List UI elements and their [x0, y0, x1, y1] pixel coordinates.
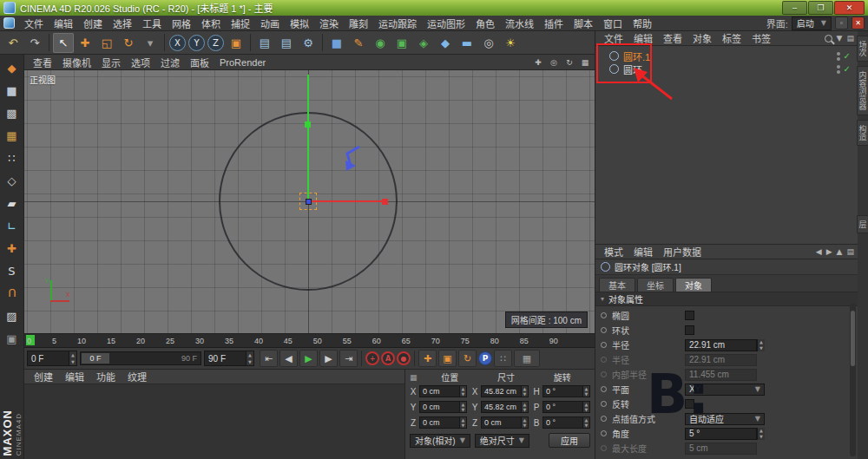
move-tool[interactable]: ✚ — [75, 33, 95, 53]
tab-basic[interactable]: 基本 — [599, 278, 635, 292]
maximize-button[interactable]: ❐ — [808, 1, 833, 15]
spinner-icon[interactable]: ▲▼ — [246, 351, 253, 365]
search-icon[interactable] — [825, 35, 832, 43]
viewport-canvas[interactable]: 正视图 Y X 网格间距 : 100 cm — [24, 70, 595, 334]
side-tab-takes[interactable]: 场次 — [857, 36, 868, 62]
y-axis-gizmo[interactable] — [307, 75, 309, 201]
object-origin-handle[interactable] — [306, 199, 312, 205]
spinner-icon[interactable]: ▲▼ — [582, 417, 589, 428]
toolbar-button[interactable] — [322, 34, 323, 51]
browse-icon[interactable]: ▤ — [846, 34, 854, 43]
size-mode-dropdown[interactable]: 绝对尺寸 ▼ — [475, 434, 529, 448]
menu-item[interactable]: 运动图形 — [422, 16, 470, 30]
transport-button[interactable] — [361, 351, 362, 366]
up-icon[interactable]: ▲ — [837, 247, 843, 256]
redo-button[interactable]: ↷ — [24, 33, 45, 53]
rotate-tool[interactable]: ↻ — [118, 33, 139, 53]
viewport-menu-item[interactable]: 过滤 — [155, 56, 185, 69]
goto-start-button[interactable]: ⇤ — [260, 350, 278, 367]
anim-dot-icon[interactable] — [601, 430, 607, 436]
toggle-view-icon[interactable]: ▦ — [579, 56, 591, 68]
tab-coords[interactable]: 坐标 — [637, 278, 674, 292]
anim-dot-icon[interactable] — [601, 327, 607, 333]
viewport-menu-item[interactable]: 摄像机 — [57, 56, 96, 69]
coordinate-mode-dropdown[interactable]: 对象(相对) ▼ — [410, 434, 470, 448]
spinner-icon[interactable]: ▲▼ — [459, 386, 466, 397]
plane-handle-icon[interactable] — [339, 145, 365, 173]
anim-dot-icon[interactable] — [601, 357, 607, 363]
material-menu-item[interactable]: 纹理 — [122, 370, 153, 384]
visibility-dots-icon[interactable] — [837, 52, 840, 61]
spinner-icon[interactable]: ▲▼ — [521, 386, 528, 397]
last-tool-dropdown[interactable]: ▾ — [140, 33, 161, 53]
menu-item[interactable]: 网格 — [167, 16, 196, 30]
prev-frame-button[interactable]: ◀ — [279, 350, 298, 367]
material-menu-item[interactable]: 创建 — [28, 370, 59, 384]
anim-dot-icon[interactable] — [601, 342, 607, 348]
viewport-menu-item[interactable]: 显示 — [96, 56, 126, 69]
side-tab-layers[interactable]: 层 — [857, 215, 868, 233]
attribute-value-field[interactable]: 22.91 cm — [685, 339, 757, 351]
menu-item[interactable]: 流水线 — [500, 16, 539, 30]
back-icon[interactable]: ◀ — [816, 247, 822, 256]
menu-item[interactable]: 捕捉 — [226, 16, 255, 30]
render-picture-viewer-button[interactable]: ▤ — [276, 33, 297, 53]
workplane-mode-button[interactable]: ▦ — [2, 124, 23, 147]
record-scale-toggle[interactable]: ▣ — [438, 350, 457, 367]
rotation-h-field[interactable]: 0 °▲▼ — [542, 385, 590, 397]
spinner-icon[interactable]: ▲▼ — [757, 428, 765, 440]
position-z-field[interactable]: 0 cm▲▼ — [419, 416, 467, 429]
inner-radius-row[interactable]: 内部半径 11.455 cm ▲▼ 11.455 cm▼ — [595, 367, 858, 382]
menu-item[interactable]: 插件 — [539, 16, 569, 30]
scale-tool[interactable]: ◱ — [96, 33, 117, 53]
snap-settings-button[interactable]: S — [2, 259, 23, 282]
toolbar-button[interactable] — [49, 34, 49, 51]
radius-b-row[interactable]: 半径 22.91 cm ▲▼ 22.91 cm▼ — [595, 352, 858, 367]
menu-item[interactable]: 体积 — [196, 16, 226, 30]
attribute-checkbox[interactable] — [685, 311, 694, 320]
reverse-row[interactable]: 反转 ▲▼ ▼ — [595, 397, 858, 411]
range-start-handle[interactable]: 0 F — [82, 353, 109, 364]
toolbar-button[interactable] — [250, 34, 251, 51]
angle-row[interactable]: 角度 5 ° ▲▼ 5 °▼ — [595, 426, 858, 441]
live-selection-tool[interactable]: ↖ — [53, 33, 74, 53]
title-bar[interactable]: CINEMA 4D R20.026 Studio (RC - R20) - [未… — [0, 0, 868, 16]
visibility-dots-icon[interactable] — [837, 65, 840, 74]
scrollbar-thumb[interactable] — [851, 311, 855, 366]
menu-item[interactable]: 模拟 — [285, 16, 314, 30]
spinner-icon[interactable]: ▲▼ — [459, 402, 466, 412]
orbit-view-icon[interactable]: ↻ — [563, 56, 575, 68]
menu-item[interactable]: 角色 — [470, 16, 500, 30]
side-tab-content-browser[interactable]: 内容浏览器 — [857, 66, 868, 115]
anim-dot-icon[interactable] — [601, 371, 607, 377]
panel-menu-icon[interactable]: ▤ — [846, 247, 854, 256]
viewport-menu-item[interactable]: ProRender — [214, 57, 271, 68]
y-axis-handle[interactable] — [305, 121, 311, 128]
ellipse-row[interactable]: 椭圆 ▲▼ ▼ — [595, 308, 858, 323]
camera-button[interactable]: ◎ — [478, 33, 499, 53]
anim-dot-icon[interactable] — [601, 386, 607, 392]
size-z-field[interactable]: 0 cm▲▼ — [481, 416, 529, 429]
axis-mode-button[interactable]: ✚ — [2, 237, 23, 259]
interface-dropdown[interactable]: 启动 ▼ — [792, 16, 832, 30]
frame-range-slider[interactable]: 0 F 90 F — [80, 351, 201, 365]
layout-float-button[interactable]: ▫ — [835, 16, 848, 30]
object-manager-menu-item[interactable]: 书签 — [746, 31, 776, 45]
material-menu-item[interactable]: 编辑 — [59, 370, 90, 384]
rotation-p-field[interactable]: 0 °▲▼ — [542, 401, 590, 413]
spinner-icon[interactable]: ▲▼ — [459, 417, 466, 428]
record-pla-toggle[interactable]: ∷ — [494, 350, 512, 367]
points-mode-button[interactable]: ∷ — [2, 147, 23, 169]
enabled-check-icon[interactable]: ✓ — [844, 51, 851, 61]
workplane-lock-button[interactable]: ∟ — [2, 214, 23, 237]
render-view-button[interactable]: ▤ — [254, 33, 275, 53]
object-properties-section[interactable]: ▾ 对象属性 — [595, 292, 858, 306]
subdivision-surface-button[interactable]: ◉ — [370, 33, 391, 53]
menu-item[interactable]: 脚本 — [569, 16, 598, 30]
quantize-button[interactable]: ▨ — [2, 305, 23, 327]
coordinate-system-button[interactable]: ▣ — [226, 33, 247, 53]
menu-item[interactable]: 窗口 — [598, 16, 628, 30]
end-frame-field[interactable]: 90 F ▲▼ — [204, 351, 254, 366]
model-mode-button[interactable]: ■ — [2, 79, 23, 102]
size-x-field[interactable]: 45.82 cm▲▼ — [481, 385, 529, 397]
